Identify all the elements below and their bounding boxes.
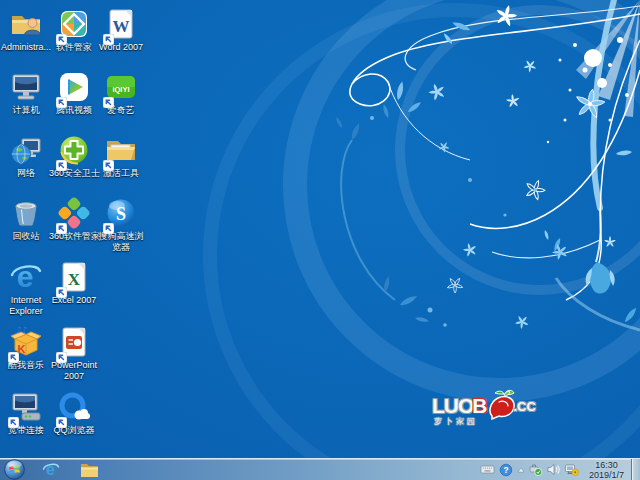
desktop-icon-word-2007[interactable]: W Word 2007	[96, 7, 146, 53]
desktop-icon-activation-tools[interactable]: 激活工具	[96, 133, 146, 179]
desktop-wallpaper: Administra... 软件管家	[0, 0, 640, 458]
desktop-icon-broadband[interactable]: 宽带连接	[1, 390, 51, 436]
sogou-browser-icon: S	[104, 196, 138, 230]
360-safe-icon	[57, 133, 91, 167]
desktop-icon-recycle-bin[interactable]: 回收站	[1, 196, 51, 242]
desktop-icon-label: Administra...	[1, 42, 51, 53]
desktop-icon-360-software-manager[interactable]: 360软件管家	[49, 196, 99, 242]
recycle-bin-icon	[9, 196, 43, 230]
desktop-icon-software-manager[interactable]: 软件管家	[49, 7, 99, 53]
excel-document-icon: X	[57, 260, 91, 294]
qq-browser-icon	[57, 390, 91, 424]
shortcut-arrow-icon	[56, 94, 67, 105]
word-document-icon: W	[104, 7, 138, 41]
iqiyi-icon: iQIYI	[104, 70, 138, 104]
kuwo-music-icon: K ♪♪	[9, 325, 43, 359]
shortcut-arrow-icon	[56, 414, 67, 425]
show-desktop-button[interactable]	[631, 459, 640, 480]
folder-icon	[80, 461, 99, 478]
desktop-icon-label: PowerPoint 2007	[49, 360, 99, 382]
360-software-manager-icon	[57, 196, 91, 230]
desktop-icon-iqiyi[interactable]: iQIYI 爱奇艺	[96, 70, 146, 116]
shortcut-arrow-icon	[8, 349, 19, 360]
shortcut-arrow-icon	[56, 157, 67, 168]
desktop-icon-360-safe[interactable]: 360安全卫士	[49, 133, 99, 179]
svg-text:W: W	[113, 17, 130, 36]
radish-icon	[487, 388, 517, 424]
desktop-icon-sogou-browser[interactable]: S 搜狗高速浏览器	[96, 196, 146, 253]
desktop-icon-label: Internet Explorer	[1, 295, 51, 317]
taskbar-clock[interactable]: 16:30 2019/1/7	[582, 460, 629, 480]
desktop-icon-internet-explorer[interactable]: e Internet Explorer	[1, 260, 51, 317]
clock-date: 2019/1/7	[589, 470, 624, 480]
shortcut-arrow-icon	[56, 31, 67, 42]
network-globe-icon	[9, 133, 43, 167]
shortcut-arrow-icon	[103, 157, 114, 168]
folder-icon	[104, 133, 138, 167]
clock-time: 16:30	[589, 460, 624, 470]
taskbar: e	[0, 458, 640, 480]
svg-text:X: X	[68, 270, 81, 289]
computer-monitor-icon	[9, 70, 43, 104]
desktop-icon-powerpoint-2007[interactable]: PowerPoint 2007	[49, 325, 99, 382]
watermark-luo-text: LUO	[432, 394, 473, 418]
windows-desktop: Administra... 软件管家	[0, 0, 640, 480]
desktop-icon-label: 搜狗高速浏览器	[96, 231, 146, 253]
desktop-icon-administrator[interactable]: Administra...	[1, 7, 51, 53]
svg-text:iQIYI: iQIYI	[112, 85, 129, 94]
desktop-icon-label: 网络	[1, 168, 51, 179]
start-button[interactable]	[0, 459, 28, 480]
network-status-icon[interactable]	[564, 462, 580, 478]
internet-explorer-icon: e	[42, 461, 60, 479]
broadband-connection-icon	[9, 390, 43, 424]
luobo-watermark-logo: LUOB .CC 萝卜家园	[432, 392, 552, 427]
volume-speaker-icon[interactable]	[546, 462, 562, 478]
svg-text:e: e	[17, 260, 34, 293]
watermark-b-text: B	[472, 394, 487, 418]
svg-text:♪♪: ♪♪	[16, 325, 28, 335]
help-tray-icon[interactable]: ?	[498, 462, 514, 478]
desktop-icon-tencent-video[interactable]: 腾讯视频	[49, 70, 99, 116]
software-manager-icon	[57, 7, 91, 41]
user-folder-icon	[9, 7, 43, 41]
shortcut-arrow-icon	[103, 94, 114, 105]
svg-text:S: S	[116, 204, 126, 224]
shortcut-arrow-icon	[56, 349, 67, 360]
shortcut-arrow-icon	[103, 31, 114, 42]
system-tray: ?	[480, 459, 640, 480]
safely-remove-hardware-icon[interactable]	[528, 462, 544, 478]
windows-logo-icon	[4, 459, 25, 480]
shortcut-arrow-icon	[56, 284, 67, 295]
shortcut-arrow-icon	[103, 220, 114, 231]
watermark-cc-text: .CC	[514, 399, 536, 414]
input-method-icon[interactable]	[480, 462, 496, 478]
desktop-icon-computer[interactable]: 计算机	[1, 70, 51, 116]
taskbar-ie-button[interactable]: e	[36, 459, 66, 480]
desktop-icon-label: 计算机	[1, 105, 51, 116]
taskbar-explorer-button[interactable]	[74, 459, 104, 480]
svg-text:?: ?	[503, 464, 508, 474]
desktop-icon-excel-2007[interactable]: X Excel 2007	[49, 260, 99, 306]
powerpoint-document-icon	[57, 325, 91, 359]
watermark-subtitle: 萝卜家园	[434, 416, 552, 427]
desktop-icon-qq-browser[interactable]: QQ浏览器	[49, 390, 99, 436]
desktop-icon-network[interactable]: 网络	[1, 133, 51, 179]
desktop-icon-kuwo-music[interactable]: K ♪♪ 酷我音乐	[1, 325, 51, 371]
shortcut-arrow-icon	[8, 414, 19, 425]
tencent-video-icon	[57, 70, 91, 104]
desktop-icon-label: 回收站	[1, 231, 51, 242]
internet-explorer-icon: e	[9, 260, 43, 294]
show-hidden-icons-chevron[interactable]	[516, 462, 526, 478]
shortcut-arrow-icon	[56, 220, 67, 231]
